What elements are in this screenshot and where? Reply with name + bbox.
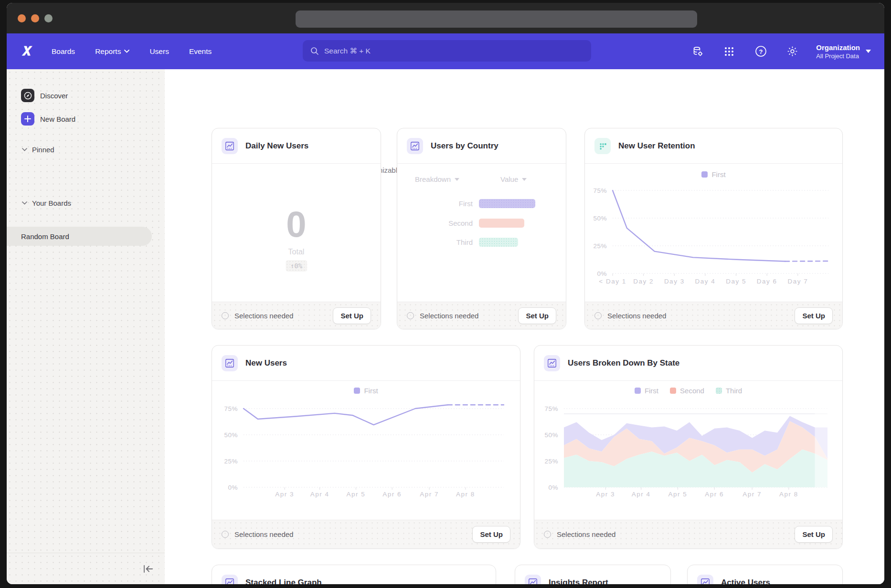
window-titlebar [7, 3, 884, 33]
status-radio-icon [594, 312, 602, 319]
svg-text:25%: 25% [224, 458, 238, 465]
apps-grid-icon[interactable] [719, 41, 740, 62]
status-radio-icon [544, 531, 551, 538]
traffic-light-zoom[interactable] [44, 14, 53, 22]
collapse-sidebar-icon[interactable] [142, 563, 154, 575]
settings-gear-icon[interactable] [782, 41, 803, 62]
plus-icon [21, 112, 34, 126]
svg-text:Apr 3: Apr 3 [596, 491, 615, 498]
card-new-users: New Users First 75%50%25%0%Apr 3Apr 4Apr… [212, 345, 520, 549]
svg-text:Apr 6: Apr 6 [382, 491, 402, 498]
org-name: Organization [816, 43, 860, 52]
nav-item-boards[interactable]: Boards [52, 47, 75, 56]
card-title: Daily New Users [245, 141, 308, 151]
svg-text:75%: 75% [224, 405, 238, 412]
search-input[interactable]: Search ⌘ + K [303, 40, 591, 62]
svg-text:50%: 50% [544, 431, 558, 439]
sidebar-item-discover[interactable]: Discover [7, 86, 165, 105]
line-chart-icon [222, 138, 238, 154]
status-text: Selections needed [234, 312, 293, 320]
setup-button[interactable]: Set Up [333, 307, 371, 324]
setup-button[interactable]: Set Up [472, 526, 510, 543]
svg-text:Apr 7: Apr 7 [742, 491, 762, 498]
svg-text:Day 2: Day 2 [633, 278, 654, 285]
breakdown-bar-third [479, 238, 518, 247]
card-header: Users by Country [397, 128, 566, 164]
nav-item-events[interactable]: Events [189, 47, 212, 56]
card-title: New Users [245, 358, 287, 368]
card-users-by-state: Users Broken Down By State First Second … [534, 345, 843, 549]
svg-text:25%: 25% [593, 242, 607, 250]
line-chart-icon [544, 355, 560, 371]
card-header: Active Users [688, 565, 842, 584]
sidebar-section-label: Your Boards [32, 199, 71, 207]
new-users-line-chart: 75%50%25%0%Apr 3Apr 4Apr 5Apr 6Apr 7Apr … [212, 381, 520, 521]
metric-value: 0 [212, 208, 381, 241]
org-switcher[interactable]: Organization All Project Data [816, 43, 871, 60]
top-navbar: 𝑿 Boards Reports Users Events Search ⌘ +… [7, 33, 884, 69]
svg-text:0%: 0% [228, 484, 238, 491]
sidebar-section-your-boards[interactable]: Your Boards [7, 196, 165, 210]
sidebar-section-pinned[interactable]: Pinned [7, 143, 165, 156]
setup-button[interactable]: Set Up [518, 307, 556, 324]
navbar-actions: ? Organization All Project Data [687, 33, 871, 69]
value-column-header[interactable]: Value [500, 175, 527, 183]
svg-text:Apr 5: Apr 5 [668, 491, 688, 498]
breakdown-bar-first [479, 199, 535, 208]
org-subtitle: All Project Data [816, 52, 860, 60]
stacked-area-chart: 75%50%25%0%Apr 3Apr 4Apr 5Apr 6Apr 7Apr … [534, 381, 843, 521]
traffic-light-close[interactable] [18, 14, 26, 22]
svg-text:Day 4: Day 4 [695, 278, 716, 285]
line-chart-icon [222, 355, 238, 371]
card-stacked-line-graph: Stacked Line Graph [212, 565, 496, 584]
search-icon [310, 47, 319, 55]
row-label: Third [415, 238, 473, 246]
status-radio-icon [222, 312, 229, 319]
board-content: Random Board A high-level summary of use… [165, 69, 884, 584]
line-chart-icon [407, 138, 423, 154]
breakdown-bar-second [479, 219, 524, 228]
nav-item-reports[interactable]: Reports [95, 47, 129, 56]
nav-item-users[interactable]: Users [149, 47, 169, 56]
svg-text:Apr 4: Apr 4 [310, 491, 329, 498]
breakdown-column-header[interactable]: Breakdown [415, 175, 459, 183]
sidebar-item-new-board[interactable]: New Board [7, 109, 165, 128]
sidebar-item-random-board[interactable]: Random Board [7, 227, 152, 246]
help-icon[interactable]: ? [750, 41, 771, 62]
svg-text:Apr 5: Apr 5 [347, 491, 366, 498]
svg-text:Apr 8: Apr 8 [779, 491, 798, 498]
sidebar-section-label: Pinned [32, 146, 54, 154]
setup-button[interactable]: Set Up [795, 307, 833, 324]
card-title: Users by Country [431, 141, 499, 151]
status-text: Selections needed [234, 530, 293, 538]
card-header: New Users [212, 346, 520, 381]
row-label: Second [415, 219, 473, 227]
discover-compass-icon [21, 89, 34, 102]
sidebar-label-new-board: New Board [40, 115, 75, 123]
card-users-by-country: Users by Country Breakdown Value First S… [397, 128, 566, 329]
line-chart-icon [697, 575, 713, 584]
primary-nav: Boards Reports Users Events [52, 33, 212, 69]
svg-text:50%: 50% [224, 431, 238, 439]
card-title: Active Users [721, 578, 770, 584]
browser-address-bar[interactable] [296, 10, 697, 28]
screen: 𝑿 Boards Reports Users Events Search ⌘ +… [0, 0, 891, 588]
card-title: New User Retention [618, 141, 695, 151]
mixpanel-logo-icon[interactable]: 𝑿 [19, 44, 34, 58]
traffic-light-minimize[interactable] [31, 14, 39, 22]
chevron-down-icon [124, 50, 129, 53]
svg-text:Day 3: Day 3 [664, 278, 685, 285]
chevron-down-icon [22, 201, 27, 205]
status-radio-icon [407, 312, 414, 319]
svg-text:50%: 50% [593, 215, 607, 222]
metric-label: Total [212, 248, 381, 256]
chevron-down-icon [22, 148, 27, 151]
card-header: New User Retention [585, 128, 842, 164]
card-header: Users Broken Down By State [534, 346, 842, 381]
data-management-icon[interactable] [687, 41, 708, 62]
card-title: Users Broken Down By State [568, 358, 679, 368]
status-radio-icon [222, 531, 229, 538]
setup-button[interactable]: Set Up [795, 526, 833, 543]
sidebar-footer [7, 553, 165, 584]
svg-text:0%: 0% [548, 484, 558, 491]
